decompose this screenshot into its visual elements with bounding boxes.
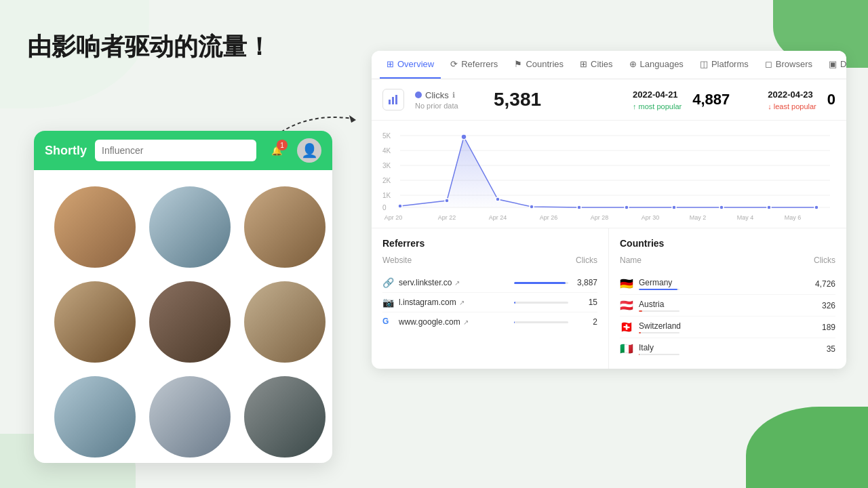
influencer-avatar-4[interactable] [54, 281, 136, 363]
switzerland-bar-container [639, 332, 679, 333]
country-row-switzerland[interactable]: 🇨🇭 Switzerland 189 [620, 317, 835, 338]
referrer-bar-3 [514, 321, 568, 323]
italy-name: Italy [639, 343, 806, 352]
referrer-row-3[interactable]: G www.google.com ↗ 2 [382, 312, 597, 331]
tab-cities[interactable]: ⊞ Cities [573, 51, 620, 79]
unpopular-count: 0 [827, 91, 835, 108]
country-row-austria[interactable]: 🇦🇹 Austria 326 [620, 295, 835, 317]
switzerland-name: Switzerland [639, 321, 806, 331]
unpopular-label-text: least popular [774, 102, 816, 110]
austria-bar [639, 310, 642, 312]
germany-info: Germany [639, 278, 806, 290]
referrer-row-2[interactable]: 📷 l.instagram.com ↗ 15 [382, 293, 597, 312]
chart-area: 5K 4K 3K 2K 1K 0 [372, 121, 846, 228]
referrer-name-1: serv.linkster.co ↗ [399, 278, 509, 287]
referrer-count-1: 3,887 [574, 278, 597, 287]
referrers-icon: ⟳ [450, 59, 458, 69]
referrer-count-3: 2 [574, 317, 597, 327]
popular-count: 4,887 [692, 91, 730, 108]
tab-platforms[interactable]: ◫ Platforms [693, 51, 755, 79]
svg-text:Apr 28: Apr 28 [591, 214, 609, 221]
tab-languages[interactable]: ⊕ Languages [623, 51, 690, 79]
tab-browsers[interactable]: ◻ Browsers [758, 51, 819, 79]
app-header: Shortly 🔔 1 👤 [34, 131, 332, 170]
unpopular-date: 2022-04-23 [768, 89, 816, 100]
search-input[interactable] [95, 140, 256, 161]
italy-bar [639, 354, 639, 355]
svg-text:May 4: May 4 [737, 214, 754, 221]
name-col-header: Name [620, 256, 642, 265]
austria-count: 326 [812, 301, 835, 310]
svg-point-26 [814, 205, 818, 209]
website-col-header: Website [382, 256, 412, 265]
flag-germany: 🇩🇪 [620, 277, 633, 290]
referrer-count-2: 15 [574, 298, 597, 307]
referrers-panel: Referrers Website Clicks 🔗 serv.linkster… [372, 228, 609, 369]
switzerland-bar [639, 332, 641, 333]
countries-header: Name Clicks [620, 256, 835, 268]
influencer-avatar-6[interactable] [244, 281, 326, 363]
svg-point-21 [577, 205, 581, 209]
svg-text:Apr 24: Apr 24 [489, 214, 507, 221]
user-avatar[interactable]: 👤 [297, 138, 321, 163]
tab-referrers[interactable]: ⟳ Referrers [443, 51, 505, 79]
svg-rect-2 [392, 97, 394, 104]
popular-label: ↑ most popular [633, 102, 682, 110]
svg-text:2K: 2K [382, 177, 391, 184]
influencer-avatar-8[interactable] [149, 376, 231, 458]
linkster-icon: 🔗 [382, 277, 393, 288]
svg-point-22 [625, 205, 629, 209]
clicks-col-header: Clicks [576, 256, 597, 265]
info-icon: ℹ [452, 91, 455, 100]
flag-italy: 🇮🇹 [620, 342, 633, 355]
browsers-icon: ◻ [765, 59, 772, 69]
influencer-avatar-9[interactable] [244, 376, 326, 458]
germany-bar [639, 289, 677, 290]
svg-text:5K: 5K [382, 132, 391, 140]
unpopular-label: ↓ least popular [768, 102, 816, 110]
devices-icon: ▣ [829, 59, 837, 69]
referrer-row-1[interactable]: 🔗 serv.linkster.co ↗ 3,887 [382, 273, 597, 293]
tab-cities-label: Cities [591, 59, 613, 69]
influencer-avatar-3[interactable] [244, 186, 326, 268]
austria-info: Austria [639, 300, 806, 312]
country-row-italy[interactable]: 🇮🇹 Italy 35 [620, 338, 835, 359]
bottom-panels: Referrers Website Clicks 🔗 serv.linkster… [372, 228, 846, 369]
overview-icon: ⊞ [387, 59, 394, 69]
nav-tabs: ⊞ Overview ⟳ Referrers ⚑ Countries ⊞ Cit… [372, 51, 846, 79]
tab-devices[interactable]: ▣ Devices [822, 51, 846, 79]
clicks-chart: 5K 4K 3K 2K 1K 0 [382, 127, 835, 222]
clicks-col-header-countries: Clicks [814, 256, 835, 265]
switzerland-count: 189 [812, 323, 835, 332]
tab-overview[interactable]: ⊞ Overview [380, 51, 441, 79]
chart-view-button[interactable] [382, 89, 404, 110]
svg-rect-3 [395, 95, 397, 104]
svg-text:3K: 3K [382, 162, 391, 169]
country-row-germany[interactable]: 🇩🇪 Germany 4,726 [620, 273, 835, 295]
influencer-avatar-2[interactable] [149, 186, 231, 268]
countries-title: Countries [620, 238, 835, 249]
germany-name: Germany [639, 278, 806, 287]
svg-text:4K: 4K [382, 147, 391, 155]
clicks-info: Clicks ℹ No prior data [415, 90, 483, 110]
influencer-grid [34, 170, 332, 463]
flag-switzerland: 🇨🇭 [620, 321, 633, 333]
referrers-header: Website Clicks [382, 256, 597, 268]
popular-stat: 2022-04-21 ↑ most popular [633, 89, 682, 110]
italy-count: 35 [812, 344, 835, 354]
svg-point-18 [461, 134, 467, 140]
austria-bar-container [639, 310, 679, 312]
svg-text:May 2: May 2 [690, 214, 707, 221]
svg-point-24 [719, 205, 724, 209]
italy-bar-container [639, 354, 679, 355]
svg-text:Apr 20: Apr 20 [384, 214, 403, 221]
languages-icon: ⊕ [629, 59, 637, 69]
influencer-avatar-7[interactable] [54, 376, 136, 458]
influencer-avatar-5[interactable] [149, 281, 231, 363]
tab-countries[interactable]: ⚑ Countries [507, 51, 570, 79]
influencer-avatar-1[interactable] [54, 186, 136, 268]
platforms-icon: ◫ [700, 59, 708, 69]
svg-point-16 [398, 204, 402, 208]
notification-button[interactable]: 🔔 1 [264, 138, 289, 163]
flag-austria: 🇦🇹 [620, 299, 633, 312]
